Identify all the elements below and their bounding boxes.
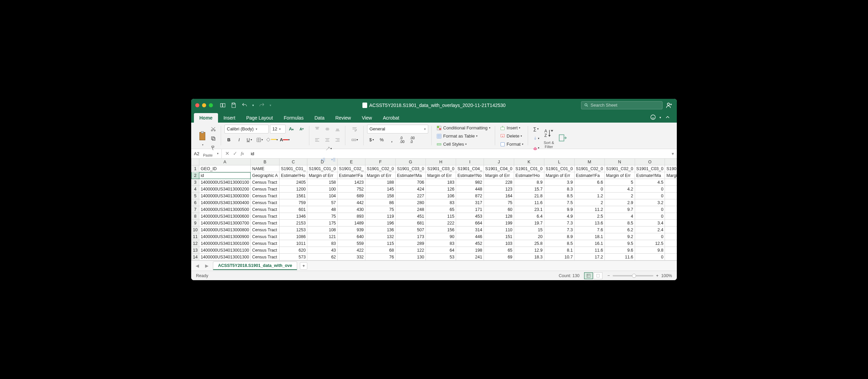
cell[interactable]: 106 [426,193,456,199]
cell[interactable]: Estimate!!Ho [279,172,307,179]
cell[interactable]: 13.9 [665,240,677,247]
merge-button[interactable]: ▾ [349,136,360,144]
column-header[interactable]: F [365,159,396,165]
cell[interactable]: 11.6 [514,199,544,206]
cell[interactable]: 128 [484,213,514,220]
cell[interactable]: Margin of Err [665,172,677,179]
tab-insert[interactable]: Insert [218,113,241,123]
cell[interactable]: 0 [635,213,665,220]
cell[interactable]: 21.8 [514,193,544,199]
cell[interactable]: 5 [604,179,635,186]
minimize-window-button[interactable] [202,103,206,107]
cell[interactable]: Census Tract [251,233,279,240]
row-header[interactable]: 13 [192,247,199,254]
cell[interactable]: Margin of Err [426,172,456,179]
cell[interactable]: 8.5 [544,240,574,247]
tab-home[interactable]: Home [194,113,218,123]
cell[interactable]: S1901_C01_ [279,165,307,172]
cell[interactable]: 18.3 [514,254,544,260]
select-all-corner[interactable] [192,159,199,165]
tab-acrobat[interactable]: Acrobat [377,113,404,123]
cell-styles-button[interactable]: Cell Styles ▾ [435,141,468,148]
cell[interactable]: 681 [396,220,426,227]
cell[interactable]: 196 [365,220,396,227]
align-center-button[interactable] [323,136,332,144]
increase-indent-button[interactable] [329,155,338,164]
number-format-select[interactable]: General▾ [367,125,428,133]
cell[interactable]: 75 [484,199,514,206]
cell[interactable]: 573 [279,254,307,260]
cell[interactable]: 1400000US34013000800 [199,227,251,233]
cell[interactable]: Census Tract [251,179,279,186]
search-box[interactable] [581,101,663,109]
cell[interactable]: Census Tract [251,227,279,233]
row-header[interactable]: 1 [192,165,199,172]
cell[interactable]: 12.3 [665,206,677,213]
cell[interactable]: 228 [484,179,514,186]
cell[interactable]: 1400000US34013000600 [199,213,251,220]
cell[interactable]: 872 [456,193,484,199]
cell[interactable]: 7.5 [544,199,574,206]
cell[interactable]: 9.5 [604,240,635,247]
cell[interactable]: 8.3 [544,186,574,193]
cell[interactable]: 222 [426,220,456,227]
align-left-button[interactable] [313,136,322,144]
cell[interactable]: 8.5 [604,220,635,227]
cell[interactable]: 2.9 [604,199,635,206]
cell[interactable]: 132 [365,233,396,240]
row-header[interactable]: 9 [192,220,199,227]
cell[interactable]: S1901_C03_0 [396,165,426,172]
cell[interactable]: 1400000US34013001300 [199,254,251,260]
cell[interactable]: 83 [426,240,456,247]
row-header[interactable]: 4 [192,186,199,193]
zoom-out-button[interactable]: − [607,273,610,278]
cell[interactable]: S1901_C02_0 [574,165,604,172]
cell[interactable]: Estimate!!Ho [514,172,544,179]
cell[interactable]: 620 [279,247,307,254]
cell[interactable]: 0 [635,254,665,260]
cell[interactable]: Census Tract [251,206,279,213]
cell[interactable]: Margin of Err [307,172,338,179]
row-header[interactable]: 11 [192,233,199,240]
cell[interactable]: 2.4 [635,227,665,233]
cell[interactable]: 422 [338,247,365,254]
cell[interactable]: S1901_C04_ [456,165,484,172]
cell[interactable]: 893 [338,213,365,220]
cell[interactable]: 48 [307,206,338,213]
row-header[interactable]: 12 [192,240,199,247]
cell[interactable]: 248 [396,206,426,213]
align-middle-button[interactable] [323,125,332,133]
font-size-select[interactable]: 12▾ [270,125,286,133]
cell[interactable]: 448 [456,186,484,193]
cell[interactable]: 3.2 [635,199,665,206]
cell[interactable]: 136 [365,227,396,233]
cell[interactable]: GEO_ID [199,165,251,172]
currency-button[interactable]: $▾ [367,136,376,144]
row-header[interactable]: 10 [192,227,199,233]
cell[interactable]: 601 [279,206,307,213]
cell[interactable]: 20 [514,233,544,240]
cell[interactable]: 11.6 [604,254,635,260]
cell[interactable]: S1901_C01_0 [544,165,574,172]
align-bottom-button[interactable] [333,125,342,133]
cell[interactable]: 9.9 [544,206,574,213]
cell[interactable]: Margin of Err [604,172,635,179]
row-header[interactable]: 14 [192,254,199,260]
cell[interactable]: 689 [338,193,365,199]
insert-cells-button[interactable]: Insert ▾ [499,125,522,131]
cell[interactable]: 68 [365,247,396,254]
column-header[interactable]: C [279,159,307,165]
cell[interactable]: Estimate!!Fa [574,172,604,179]
cell[interactable]: 64 [426,247,456,254]
cell[interactable]: 115 [426,213,456,220]
cell[interactable]: 183 [426,179,456,186]
undo-icon[interactable] [241,102,248,108]
zoom-window-button[interactable] [209,103,213,107]
cell[interactable]: 1400000US34013001100 [199,247,251,254]
cell[interactable]: Estimate!!Fa [338,172,365,179]
cell[interactable]: 280 [396,199,426,206]
cell[interactable]: Estimate!!Ma [635,172,665,179]
sort-filter-icon[interactable]: AZ [544,128,554,139]
cell[interactable]: 122 [396,247,426,254]
cell[interactable]: 171 [456,206,484,213]
